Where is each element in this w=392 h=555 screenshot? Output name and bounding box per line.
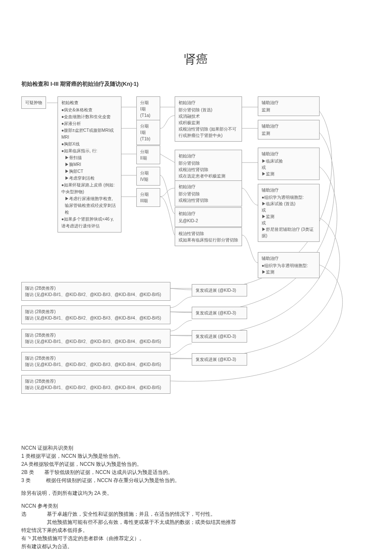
label: 初始治疗 <box>179 210 238 217</box>
box-initial-workup: 初始检查 ●病史&体格检查 ●全血细胞计数和生化全套 ●尿液分析 ●腹部±盆腔C… <box>58 96 121 232</box>
box-suspect-mass: 可疑肿物 <box>21 96 46 109</box>
label: 可疑肿物 <box>25 99 42 106</box>
section-1-heading: 初始检查和 I-III 期肾癌的初始治疗及随访(Kn)·1) <box>21 80 371 88</box>
list-item: ●尿液分析 <box>61 120 118 127</box>
label: 随访 (见@KID-B#1、@KID-B#2、@KID-B#3、@KID-B#4… <box>25 361 167 368</box>
label: 复发或进展 (@KID-3) <box>196 287 243 293</box>
list-item: ●如果临床指示, 行: <box>61 148 118 154</box>
page-title: 肾癌 <box>21 51 371 67</box>
label: 分期 <box>140 99 156 106</box>
label: 部分肾切除 (首选) <box>179 107 238 113</box>
list-item: ●如果怀疑尿路上皮癌 (例如: 中央型肿物) <box>61 182 118 195</box>
box-adj-1: 辅助治疗 监测 <box>258 96 320 116</box>
label: ●组织学为非透明细胞型: <box>262 262 316 269</box>
label: 分期 <box>140 191 156 198</box>
box-relapse-4: 复发或进展 (@KID-3) <box>192 353 247 366</box>
pref-line: 所有建议都认为合适。 <box>21 543 371 550</box>
label: 辅助治疗 <box>262 151 316 157</box>
evidence-heading: NCCN 证据和共识类别 <box>21 444 371 452</box>
label: I期 (T1a) <box>140 106 156 119</box>
list-item: ●胸部X线 <box>61 141 118 148</box>
list-item: ●腹部±盆腔CT或腹部MRI或MRI <box>61 127 118 141</box>
label: 或积极监测 <box>179 119 238 126</box>
label: 根治性肾切除 <box>179 230 238 237</box>
label: 初始治疗 <box>179 183 238 190</box>
label: ▶舒尼替尼辅助治疗 (3类证据) <box>262 226 316 239</box>
label: 随访 (见@KID-B#1、@KID-B#2、@KID-B#3、@KID-B#4… <box>25 338 167 345</box>
box-adj-3: 辅助治疗 ▶临床试验 或 ▶监测 <box>258 148 320 180</box>
label: 或 <box>262 220 316 226</box>
label: 或 <box>262 164 316 171</box>
label: II期 <box>140 155 156 161</box>
box-tx-5: 根治性肾切除 或如果有临床指征行部分肾切除 <box>175 227 242 246</box>
label: ▶临床试验 <box>262 158 316 164</box>
pref-heading: NCCN 参考类别 <box>21 502 371 510</box>
pref-line: 选 基于卓越疗效，安全性和证据的预措施；并且，在适当的情况下，可付性。 <box>21 510 371 518</box>
label: 复发或进展 (@KID-3) <box>196 310 243 316</box>
label: III期 <box>140 198 156 204</box>
box-tx-1: 初始治疗 部分肾切除 (首选) 或消融技术 或积极监测 或根治性肾切除 (如果部… <box>175 96 242 142</box>
flowchart-diagram: 可疑肿物 初始检查 ●病史&体格检查 ●全血细胞计数和生化全套 ●尿液分析 ●腹… <box>21 94 371 427</box>
label: 或 <box>262 207 316 213</box>
list-item: ▶脑MRI <box>61 161 118 168</box>
label: ▶监测 <box>262 269 316 275</box>
box-relapse-1: 复发或进展 (@KID-3) <box>192 284 247 296</box>
label: 监测 <box>262 107 316 113</box>
label: 分期 <box>140 170 156 176</box>
label: 辅助治疗 <box>262 187 316 193</box>
pref-line: 特定情况下果的成本低得多。 <box>21 526 371 534</box>
workup-list: ●病史&体格检查 ●全血细胞计数和生化全套 ●尿液分析 ●腹部±盆腔CT或腹部M… <box>61 107 118 230</box>
label: 随访 (2B类推荐) <box>25 355 167 361</box>
pref-line: 其他预措施可能有些不那么有效，毒性更或基于不太成熟的数据；或类似结其他推荐 <box>21 518 371 526</box>
list-item: ▶考虑行尿液细胞学检查, 输尿管镜检查或经皮穿刺活检 <box>61 195 118 216</box>
box-stage-t1a: 分期 I期 (T1a) <box>136 96 160 122</box>
label: 或根治性肾切除 <box>179 197 238 203</box>
box-followup-5: 随访 (2B类推荐) 随访 (见@KID-B#1、@KID-B#2、@KID-B… <box>21 375 170 394</box>
label: 或根治性肾切除 (如果部分不可行或肿瘤位于肾脏中央) <box>179 126 238 139</box>
label: ▶监测 <box>262 213 316 220</box>
evidence-cat-2a: 2A 类根据较低平的证据，NCCN 致认为预是恰当的。 <box>21 460 371 468</box>
label: 随访 (2B类推荐) <box>25 285 167 291</box>
label: 见@KID-2 <box>179 218 238 224</box>
label: 随访 (见@KID-B#1、@KID-B#2、@KID-B#3、@KID-B#4… <box>25 315 167 321</box>
evidence-note: 除另有说明，否则所有建议均为 2A 类。 <box>21 489 371 497</box>
label: 随访 (2B类推荐) <box>25 332 167 338</box>
label: ●组织学为透明细胞型: <box>262 194 316 200</box>
box-stage-4: 分期 IV期 <box>136 167 160 186</box>
box-tx-3: 初始治疗 部分肾切除 或根治性肾切除 <box>175 180 242 206</box>
label: 复发或进展 (@KID-3) <box>196 356 243 363</box>
label: 随访 (2B类推荐) <box>25 308 167 315</box>
label: 复发或进展 (@KID-3) <box>196 333 243 340</box>
list-item: ▶骨扫描 <box>61 154 118 161</box>
evidence-cat-3: 3 类 根据任何级别的证据，NCCN 存在重分歧认为预是恰当的。 <box>21 477 371 484</box>
label: 初始治疗 <box>179 99 238 106</box>
label: 部分肾切除 <box>179 191 238 197</box>
label: ▶监测 <box>262 171 316 177</box>
label: 分期 <box>140 123 156 129</box>
label: 或在选定患者中积极监测 <box>179 173 238 179</box>
label: 随访 (2B类推荐) <box>25 378 167 384</box>
list-item: ●病史&体格检查 <box>61 107 118 113</box>
label: 随访 (见@KID-B#1、@KID-B#2、@KID-B#3、@KID-B#4… <box>25 291 167 298</box>
label: 分期 <box>140 148 156 155</box>
box-stage-2: 分期 II期 <box>136 145 160 164</box>
box-stage-t1b: 分期 I期 (T1b) <box>136 120 160 145</box>
pref-line: 有 '³ 其他预措施可于选定的患者群体（由推荐定义）。 <box>21 535 371 542</box>
label: 监测 <box>262 130 316 137</box>
label: 或消融技术 <box>179 113 238 119</box>
label: 辅助治疗 <box>262 255 316 262</box>
box-followup-3: 随访 (2B类推荐) 随访 (见@KID-B#1、@KID-B#2、@KID-B… <box>21 329 170 348</box>
evidence-cat-2b: 2B 类 基于较低级别的证据，NCCN 达成共识认为预是适当的。 <box>21 468 371 476</box>
box-tx-2: 初始治疗 部分肾切除 或根治性肾切除 或在选定患者中积极监测 <box>175 150 242 182</box>
label: 辅助治疗 <box>262 99 316 106</box>
box-followup-4: 随访 (2B类推荐) 随访 (见@KID-B#1、@KID-B#2、@KID-B… <box>21 352 170 371</box>
evidence-section: NCCN 证据和共识类别 1 类根据平证据，NCCN 致认为预是恰当的。 2A … <box>21 444 371 550</box>
label: 辅助治疗 <box>262 123 316 129</box>
list-item: ●全血细胞计数和生化全套 <box>61 113 118 120</box>
evidence-cat-1: 1 类根据平证据，NCCN 致认为预是恰当的。 <box>21 452 371 460</box>
box-adj-2: 辅助治疗 监测 <box>258 120 320 139</box>
label: IV期 <box>140 176 156 183</box>
box-relapse-3: 复发或进展 (@KID-3) <box>192 330 247 343</box>
label: I期 (T1b) <box>140 129 156 142</box>
list-item: ▶胸部CT <box>61 168 118 175</box>
